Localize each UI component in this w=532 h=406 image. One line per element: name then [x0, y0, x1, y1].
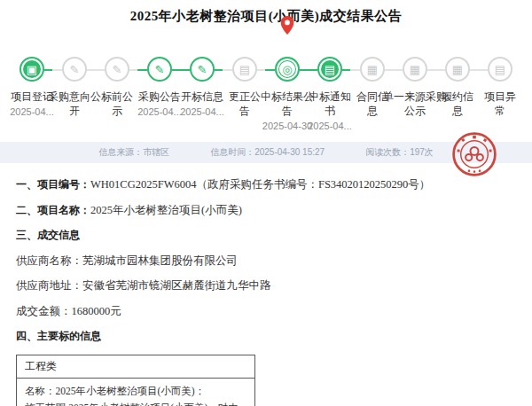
- step-connector-left: [393, 69, 403, 71]
- stepper-step-briefcase: ▣ 项目登记 2025-04...: [11, 35, 53, 131]
- stepper-step-clipboard-pencil: ✎ 采购公告 2025-04...: [138, 35, 181, 131]
- stepper-step-clipboard-pencil: ✎ 开标信息 2025-04...: [181, 35, 223, 131]
- deal-info-heading: 三、成交信息: [16, 228, 516, 243]
- step-connector-left: [52, 69, 62, 71]
- info-source: 信息来源：市辖区: [98, 146, 169, 159]
- step-connector-left: [95, 69, 105, 71]
- procurement-stepper: ▣ 项目登记 2025-04... ✎ 采购意向公 开: [0, 34, 532, 131]
- stepper-step-building: ▦ 单一来源采购 公示: [394, 35, 436, 131]
- deal-amount-line: 成交金额：1680000元: [16, 304, 516, 319]
- target-icon[interactable]: ◎: [275, 57, 300, 82]
- stepper-step-target: ◎ 中标结果公 告 2025-04-30: [266, 35, 309, 131]
- page-title: 2025年小老树整治项目(小而美)成交结果公告: [0, 0, 532, 25]
- step-label[interactable]: 项目登记: [11, 90, 53, 104]
- subject-info-table: 工程类 名称：2025年小老树整治项目(小而美)；施工范围:2025年小老树整治…: [16, 355, 255, 406]
- clipboard-pencil-icon[interactable]: ✎: [147, 57, 172, 82]
- project-name-line: 二、项目名称：2025年小老树整治项目(小而美): [16, 203, 516, 218]
- subject-table-body: 名称：2025年小老树整治项目(小而美)；施工范围:2025年小老树整治项目(小…: [17, 379, 254, 406]
- clipboard-pencil-icon[interactable]: ✎: [190, 57, 215, 82]
- briefcase-icon[interactable]: ▣: [20, 57, 44, 82]
- stepper-step-building: ▦ 履约信 息: [436, 35, 479, 131]
- step-connector-left: [435, 69, 445, 71]
- building-icon[interactable]: ▦: [445, 57, 470, 82]
- stepper-step-notice-card: ▤ 更正公 告: [223, 35, 266, 131]
- subject-table-row: 名称：2025年小老树整治项目(小而美)；: [25, 383, 246, 400]
- clipboard-pencil-icon[interactable]: ✎: [105, 57, 129, 82]
- step-label[interactable]: 更正公 告: [229, 90, 261, 118]
- document-icon[interactable]: ▤: [488, 57, 512, 82]
- step-label[interactable]: 标前公 示: [101, 90, 133, 118]
- announcement-body: 一、项目编号：WH01CG2025FW6004（政府采购任务书编号：FS3402…: [0, 163, 532, 406]
- building-icon[interactable]: ▦: [403, 57, 427, 82]
- info-time: 信息时间：2025-04-30 15:27: [210, 146, 325, 159]
- notice-document-icon[interactable]: ▤: [317, 57, 342, 82]
- notice-card-icon[interactable]: ▤: [232, 57, 257, 82]
- stepper-step-clipboard-pencil: ✎ 标前公 示: [96, 35, 138, 131]
- step-connector-left: [137, 69, 147, 71]
- step-label[interactable]: 开标信息: [181, 90, 223, 104]
- stepper-step-document: ▤ 项目异 常: [479, 35, 521, 131]
- clipboard-pencil-icon[interactable]: ✎: [62, 57, 87, 82]
- official-red-seal: [450, 129, 498, 179]
- step-connector-left: [180, 69, 190, 71]
- step-date: 2025-04...: [180, 106, 224, 117]
- step-label[interactable]: 采购意向公 开: [48, 90, 101, 118]
- step-label[interactable]: 履约信 息: [442, 90, 473, 118]
- building-icon[interactable]: ▦: [360, 57, 385, 82]
- step-date: 2025-04...: [137, 106, 182, 117]
- supplier-name-line: 供应商名称：芜湖城市园林集团股份有限公司: [16, 254, 516, 269]
- step-connector-left: [350, 69, 360, 71]
- project-number-line: 一、项目编号：WH01CG2025FW6004（政府采购任务书编号：FS3402…: [16, 177, 516, 192]
- subject-table-row: 施工范围:2025年小老树整治项目(小而美)，对中江大道、长江南路、北京中路、峨…: [25, 400, 246, 406]
- supplier-address-line: 供应商地址：安徽省芜湖市镜湖区赭麓街道九华中路: [16, 278, 516, 293]
- step-label[interactable]: 项目异 常: [484, 90, 516, 118]
- step-label[interactable]: 中标通知 书: [309, 90, 351, 118]
- step-label[interactable]: 中标结果公 告: [261, 90, 314, 118]
- current-step-pin-icon: [281, 16, 294, 35]
- step-connector-left: [308, 69, 317, 71]
- subject-info-heading: 四、主要标的信息: [16, 329, 516, 344]
- stepper-step-notice-document: ▤ 中标通知 书 2025-04...: [309, 35, 351, 131]
- step-label[interactable]: 采购公告: [138, 90, 181, 104]
- step-connector-left: [223, 69, 232, 71]
- stepper-step-clipboard-pencil: ✎ 采购意向公 开: [53, 35, 96, 131]
- step-date: 2025-04...: [308, 121, 352, 131]
- step-date: 2025-04-30: [262, 121, 312, 131]
- info-views: 阅读次数：197次: [365, 146, 434, 159]
- step-connector-left: [265, 69, 275, 71]
- step-connector-left: [478, 69, 488, 71]
- subject-table-header: 工程类: [17, 355, 254, 379]
- info-bar: 信息来源：市辖区 信息时间：2025-04-30 15:27 阅读次数：197次: [0, 142, 532, 163]
